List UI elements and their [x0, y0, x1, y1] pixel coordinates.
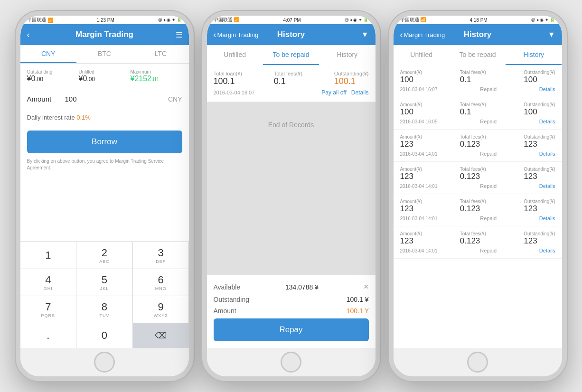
- pay-all-btn[interactable]: Pay all off: [321, 89, 346, 96]
- home-button-2[interactable]: [281, 352, 301, 373]
- status-bar-3: 中国联通 📶 4:18 PM @ ♦ ◉ ✦ 🔋: [394, 16, 562, 24]
- hist-date-row-5: 2016-03-04 14:01 Repaid Details: [400, 215, 555, 221]
- document-icon-1: ☰: [176, 31, 182, 39]
- tab-history-3[interactable]: History: [506, 45, 562, 65]
- interest-label: Daily interest rate: [27, 114, 77, 121]
- hist-cols-4: Amount(¥) 123 Total fees(¥) 0.123 Outsta…: [400, 167, 555, 181]
- hist-cols-6: Amount(¥) 123 Total fees(¥) 0.123 Outsta…: [400, 231, 555, 246]
- back-chevron-1: ‹: [27, 30, 30, 40]
- home-button-3[interactable]: [467, 352, 488, 373]
- loan-fees-col: Total fees(¥) 0.1: [274, 71, 303, 86]
- loan-date-row: 2016-03-04 16:07 Pay all off Details: [214, 89, 369, 96]
- hist-amount-col-2: Amount(¥) 100: [400, 102, 422, 117]
- status-left-2: 中国联通 📶: [214, 17, 240, 23]
- wifi-icon-1: 📶: [47, 18, 53, 23]
- nav-title-2: History: [277, 30, 305, 39]
- key-8[interactable]: 8TUV: [76, 296, 132, 323]
- time-3: 4:18 PM: [469, 18, 487, 23]
- stat-outstanding: Outstanding ¥0.00: [27, 69, 79, 83]
- tab-ltc[interactable]: LTC: [132, 45, 188, 63]
- history-records: Amount(¥) 100 Total fees(¥) 0.1 Outstand…: [394, 65, 562, 348]
- tab-unfilled-3[interactable]: Unfilled: [394, 45, 450, 65]
- nav-title-1: Margin Trading: [75, 30, 133, 39]
- key-1[interactable]: 1: [20, 242, 76, 269]
- tab-btc[interactable]: BTC: [76, 45, 132, 63]
- key-3[interactable]: 3DEF: [133, 242, 189, 269]
- nav-bar-1: ‹ Margin Trading ☰: [20, 24, 189, 45]
- bp-available-row: Available 134.0788 ¥ ×: [214, 282, 369, 292]
- back-button-3[interactable]: ‹ Margin Trading: [400, 30, 445, 40]
- loan-date: 2016-03-04 16:07: [214, 90, 255, 95]
- carrier-1: 中国联通: [27, 17, 46, 23]
- maximum-value: ¥2152.81: [131, 75, 182, 83]
- hist-date-row-1: 2016-03-04 16:07 Repaid Details: [400, 86, 555, 92]
- filter-icon-3[interactable]: ▼: [548, 30, 555, 39]
- hist-outstanding-col-2: Outstanding(¥) 100: [524, 102, 555, 117]
- keypad: 1 2ABC 3DEF 4GHI 5JKL 6MNO 7PQRS 8TUV 9W…: [20, 242, 189, 348]
- nav-title-3: History: [464, 30, 492, 39]
- back-chevron-3: ‹: [400, 30, 403, 40]
- hist-fees-col-6: Total fees(¥) 0.123: [460, 231, 486, 246]
- loan-total-col: Total loan(¥) 100.1: [214, 71, 243, 86]
- key-dot[interactable]: .: [20, 323, 76, 348]
- bp-available-label: Available: [214, 283, 241, 291]
- key-5[interactable]: 5JKL: [76, 269, 132, 296]
- time-2: 4:07 PM: [283, 18, 300, 23]
- bp-amount-value: 100.1 ¥: [347, 307, 369, 315]
- hist-outstanding-col-4: Outstanding(¥) 123: [524, 167, 555, 181]
- status-right-1: @ ♦ ◉ ✦ 🔋: [158, 18, 182, 22]
- unfilled-label: Unfilled: [79, 69, 131, 75]
- status-left-1: 中国联通 📶: [27, 17, 53, 23]
- home-button-area-3: [394, 348, 562, 376]
- status-left-3: 中国联通 📶: [400, 17, 426, 23]
- nav-right-icon-1[interactable]: ☰: [176, 30, 182, 39]
- tab-to-be-repaid-2[interactable]: To be repaid: [263, 45, 319, 65]
- hist-amount-col-1: Amount(¥) 100: [400, 70, 422, 84]
- tab-unfilled-2[interactable]: Unfilled: [207, 45, 263, 65]
- hist-date-row-4: 2016-03-04 14:01 Repaid Details: [400, 183, 555, 189]
- back-button-1[interactable]: ‹: [27, 30, 30, 40]
- total-loan-label: Total loan(¥): [214, 71, 243, 76]
- key-6[interactable]: 6MNO: [133, 269, 189, 296]
- borrow-button[interactable]: Borrow: [27, 131, 182, 153]
- outstanding-value: ¥0.00: [27, 75, 79, 83]
- nav-bar-3: ‹ Margin Trading History ▼: [394, 24, 562, 45]
- amount-input[interactable]: 100: [65, 95, 168, 103]
- amount-label: Amount: [27, 95, 65, 103]
- loan-actions: Pay all off Details: [321, 89, 368, 96]
- tab-to-be-repaid-3[interactable]: To be repaid: [450, 45, 506, 65]
- unfilled-value: ¥0.00: [79, 75, 131, 83]
- bp-outstanding-value: 100.1 ¥: [347, 296, 369, 303]
- history-row-6: Amount(¥) 123 Total fees(¥) 0.123 Outsta…: [394, 226, 562, 259]
- status-right-2: @ ♦ ◉ ✦ 🔋: [345, 18, 369, 22]
- home-button-1[interactable]: [94, 352, 115, 373]
- tab-cny[interactable]: CNY: [20, 45, 76, 63]
- hist-cols-1: Amount(¥) 100 Total fees(¥) 0.1 Outstand…: [400, 70, 555, 84]
- amount-row: Amount 100 CNY: [20, 89, 189, 109]
- end-records: End of Records: [207, 102, 375, 275]
- key-0[interactable]: 0: [76, 323, 132, 348]
- key-backspace[interactable]: ⌫: [133, 323, 189, 348]
- tab-history-2[interactable]: History: [319, 45, 375, 65]
- bp-close-btn[interactable]: ×: [364, 282, 369, 292]
- back-button-2[interactable]: ‹ Margin Trading: [214, 30, 259, 40]
- status-right-3: @ ♦ ◉ ✦ 🔋: [531, 18, 555, 22]
- total-fees-value: 0.1: [274, 76, 303, 86]
- hist-amount-col-3: Amount(¥) 123: [400, 134, 422, 149]
- key-7[interactable]: 7PQRS: [20, 296, 76, 323]
- details-btn-2[interactable]: Details: [351, 89, 369, 96]
- back-chevron-2: ‹: [214, 30, 216, 40]
- hist-cols-2: Amount(¥) 100 Total fees(¥) 0.1 Outstand…: [400, 102, 555, 117]
- hist-outstanding-col-3: Outstanding(¥) 123: [524, 134, 555, 149]
- back-label-2: Margin Trading: [217, 31, 259, 38]
- filter-icon-2[interactable]: ▼: [361, 30, 369, 39]
- hist-fees-col-5: Total fees(¥) 0.123: [460, 199, 486, 214]
- key-4[interactable]: 4GHI: [20, 269, 76, 296]
- key-2[interactable]: 2ABC: [76, 242, 132, 269]
- status-bar-1: 中国联通 📶 1:23 PM @ ♦ ◉ ✦ 🔋: [20, 16, 189, 24]
- home-button-area-2: [207, 348, 375, 376]
- key-9[interactable]: 9WXYZ: [133, 296, 189, 323]
- repay-button[interactable]: Repay: [214, 318, 369, 341]
- stat-maximum: Maximum ¥2152.81: [131, 69, 182, 83]
- hist-cols-3: Amount(¥) 123 Total fees(¥) 0.123 Outsta…: [400, 134, 555, 149]
